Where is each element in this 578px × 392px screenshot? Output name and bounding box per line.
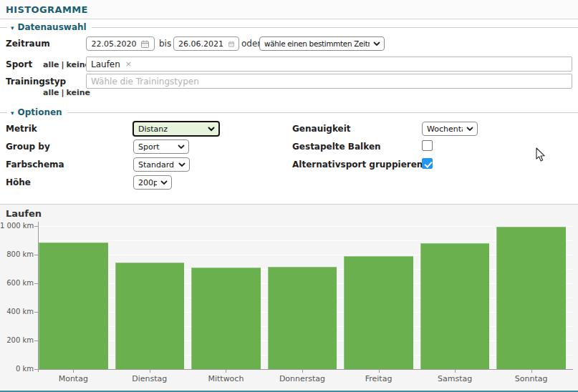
mouse-cursor-icon <box>536 147 546 162</box>
date-to-input[interactable]: 26.06.2021 <box>173 36 239 51</box>
y-tick-label: 600 km <box>0 279 34 287</box>
trainingstyp-input[interactable]: Wähle die Trainingstypen <box>86 74 572 89</box>
date-from-value: 22.05.2020 <box>92 39 137 49</box>
gestapelte-balken-label: Gestapelte Balken <box>292 142 381 152</box>
alternativsport-checkbox[interactable] <box>422 158 433 169</box>
y-tick <box>34 369 38 370</box>
date-from-input[interactable]: 22.05.2020 <box>86 36 155 51</box>
histogramme-page: HISTOGRAMME ▾Datenauswahl Zeitraum 22.05… <box>0 0 578 392</box>
x-tick <box>379 370 380 373</box>
zeitraum-preset-select[interactable]: wähle einen bestimmten Zeitraum <box>259 36 385 51</box>
y-tick <box>34 283 38 284</box>
bis-label: bis <box>159 39 171 49</box>
page-header: HISTOGRAMME <box>0 0 578 19</box>
section-datenauswahl-label[interactable]: ▾Datenauswahl <box>7 22 92 33</box>
genauigkeit-value: Wochentag <box>427 124 463 134</box>
page-title: HISTOGRAMME <box>6 4 88 15</box>
chevron-down-icon <box>204 127 215 132</box>
sport-alle-keine-links: alle|keine <box>43 60 90 69</box>
bar-sonntag[interactable] <box>496 227 566 369</box>
hoehe-value: 200px <box>138 178 157 187</box>
sport-tag-laufen: Laufen <box>91 59 120 69</box>
zeitraum-label: Zeitraum <box>6 39 50 49</box>
x-label-montag: Montag <box>37 374 109 383</box>
x-tick <box>455 370 456 373</box>
metrik-select[interactable]: Distanz <box>133 121 220 137</box>
plot-area <box>39 226 573 369</box>
link-separator: | <box>59 88 66 97</box>
trainingstyp-label: Trainingstyp <box>6 77 66 87</box>
sport-label: Sport <box>6 59 32 69</box>
sport-alle-link[interactable]: alle <box>43 60 59 69</box>
x-label-sonntag: Sonntag <box>496 374 567 383</box>
trainingstyp-placeholder: Wähle die Trainingstypen <box>91 77 199 87</box>
metrik-value: Distanz <box>138 124 168 134</box>
chart-title: Laufen <box>6 208 42 219</box>
gridline <box>39 240 573 241</box>
section-datenauswahl-header[interactable]: ▾Datenauswahl <box>0 22 578 32</box>
x-label-freitag: Freitag <box>343 374 415 383</box>
bar-mittwoch[interactable] <box>191 268 261 369</box>
chevron-down-icon <box>157 180 168 185</box>
trainingstyp-alle-keine-links: alle|keine <box>43 88 90 97</box>
collapse-triangle-icon[interactable]: ▾ <box>11 24 14 31</box>
y-tick-label: 1 000 km <box>0 222 34 230</box>
calendar-icon[interactable] <box>141 40 149 48</box>
calendar-icon[interactable] <box>228 40 234 48</box>
y-tick <box>34 312 38 313</box>
chevron-down-icon <box>370 41 380 46</box>
x-tick <box>226 370 226 373</box>
genauigkeit-label: Genauigkeit <box>292 124 351 134</box>
chevron-down-icon <box>175 162 186 167</box>
alternativsport-label: Alternativsport gruppieren <box>292 160 423 170</box>
x-label-mittwoch: Mittwoch <box>190 374 261 383</box>
metrik-label: Metrik <box>6 124 37 134</box>
section-optionen-title: Optionen <box>18 107 62 117</box>
x-tick <box>150 370 150 373</box>
x-tick <box>302 370 303 373</box>
y-tick-label: 800 km <box>0 250 34 258</box>
y-tick <box>34 340 38 341</box>
bar-dienstag[interactable] <box>115 263 185 369</box>
x-label-donnerstag: Donnerstag <box>266 374 338 383</box>
bar-samstag[interactable] <box>420 243 490 369</box>
gridline <box>39 226 573 227</box>
chart-panel: Laufen 0 km200 km400 km600 km800 km1 000… <box>0 205 578 391</box>
remove-tag-icon[interactable]: × <box>125 59 132 69</box>
x-tick <box>531 370 532 373</box>
chevron-down-icon <box>174 144 185 150</box>
bar-freitag[interactable] <box>344 256 413 369</box>
y-tick-label: 0 km <box>0 365 34 373</box>
bar-montag[interactable] <box>39 242 108 369</box>
section-datenauswahl-title: Datenauswahl <box>18 22 87 32</box>
farbschema-label: Farbschema <box>6 160 64 170</box>
genauigkeit-select[interactable]: Wochentag <box>422 122 478 136</box>
gestapelte-balken-checkbox[interactable] <box>422 140 433 151</box>
sport-tags-input[interactable]: Laufen × <box>86 57 572 72</box>
groupby-select[interactable]: Sport <box>133 139 189 154</box>
groupby-label: Group by <box>6 142 50 152</box>
gridline <box>39 255 573 255</box>
y-tick <box>34 255 38 255</box>
hoehe-label: Höhe <box>6 177 31 187</box>
bar-donnerstag[interactable] <box>268 267 337 369</box>
date-to-value: 26.06.2021 <box>178 39 223 49</box>
y-tick-label: 200 km <box>0 336 34 344</box>
collapse-triangle-icon[interactable]: ▾ <box>11 109 14 117</box>
trainingstyp-alle-link[interactable]: alle <box>43 88 59 97</box>
trainingstyp-keine-link[interactable]: keine <box>66 88 90 97</box>
hoehe-select[interactable]: 200px <box>133 175 172 190</box>
farbschema-value: Standard <box>138 160 174 170</box>
oder-label: oder <box>241 39 261 49</box>
link-separator: | <box>59 60 66 69</box>
section-optionen-label[interactable]: ▾Optionen <box>7 107 67 118</box>
farbschema-select[interactable]: Standard <box>133 157 190 172</box>
section-optionen-header[interactable]: ▾Optionen <box>0 107 578 117</box>
x-label-dienstag: Dienstag <box>114 374 186 383</box>
x-label-samstag: Samstag <box>419 374 491 383</box>
x-tick <box>73 370 74 373</box>
groupby-value: Sport <box>138 142 160 152</box>
chevron-down-icon <box>463 127 473 132</box>
x-axis-line <box>38 369 573 370</box>
zeitraum-preset-value: wähle einen bestimmten Zeitraum <box>264 39 370 48</box>
